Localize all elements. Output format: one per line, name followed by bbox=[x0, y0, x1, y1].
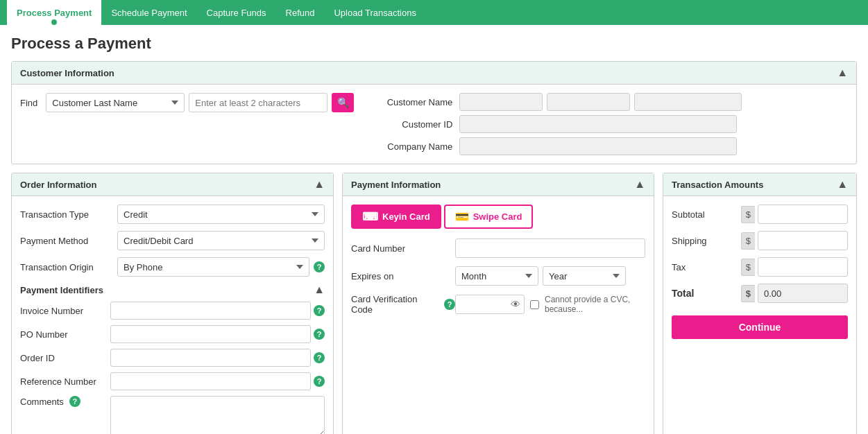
subtotal-row: Subtotal $ bbox=[672, 205, 848, 224]
reference-number-input[interactable] bbox=[110, 372, 311, 390]
payment-info-header: Payment Information ▲ bbox=[343, 173, 654, 196]
nav-item-capture-funds[interactable]: Capture Funds bbox=[197, 0, 276, 25]
payment-method-label: Payment Method bbox=[20, 236, 117, 246]
card-number-input[interactable] bbox=[455, 238, 645, 258]
tab-swipe-label: Swipe Card bbox=[473, 211, 522, 222]
transaction-origin-help-icon[interactable]: ? bbox=[314, 261, 325, 272]
card-number-row: Card Number bbox=[351, 238, 645, 258]
transaction-amounts-title: Transaction Amounts bbox=[672, 180, 763, 190]
transaction-type-select[interactable]: Credit Debit Auth Only bbox=[117, 205, 325, 224]
company-name-input[interactable] bbox=[459, 137, 737, 155]
nav-item-process-payment[interactable]: Process Payment bbox=[7, 0, 101, 25]
po-number-row: PO Number ? bbox=[20, 325, 325, 343]
company-name-label: Company Name bbox=[383, 141, 452, 152]
transaction-amounts-panel: Transaction Amounts ▲ Subtotal $ Shippin… bbox=[663, 173, 857, 434]
cvc-help-icon[interactable]: ? bbox=[444, 299, 455, 310]
nav-item-upload-transactions[interactable]: Upload Transactions bbox=[324, 0, 426, 25]
po-number-help-icon[interactable]: ? bbox=[314, 329, 325, 340]
customer-name-last[interactable] bbox=[634, 93, 742, 111]
nav-item-refund[interactable]: Refund bbox=[276, 0, 325, 25]
order-id-help-icon[interactable]: ? bbox=[314, 352, 325, 363]
transaction-amounts-header: Transaction Amounts ▲ bbox=[663, 173, 856, 196]
comments-help-icon[interactable]: ? bbox=[69, 396, 80, 407]
transaction-amounts-collapse-icon[interactable]: ▲ bbox=[837, 178, 848, 191]
payment-info-collapse-icon[interactable]: ▲ bbox=[634, 178, 645, 191]
payment-identifiers-section: Payment Identifiers ▲ bbox=[20, 284, 325, 296]
customer-name-first[interactable] bbox=[459, 93, 543, 111]
order-info-header: Order Information ▲ bbox=[12, 173, 333, 196]
payment-identifiers-title: Payment Identifiers bbox=[20, 285, 103, 295]
total-row: Total $ 0.00 bbox=[672, 284, 848, 303]
continue-button[interactable]: Continue bbox=[672, 315, 848, 339]
reference-number-label: Reference Number bbox=[20, 376, 110, 387]
subtotal-input[interactable] bbox=[758, 205, 848, 224]
find-input[interactable] bbox=[189, 93, 327, 112]
order-id-input[interactable] bbox=[110, 349, 311, 367]
customer-info-header: Customer Information ▲ bbox=[12, 62, 856, 85]
tax-label: Tax bbox=[672, 262, 741, 272]
tax-row: Tax $ bbox=[672, 257, 848, 277]
expiry-month-select[interactable]: Month 01020304 05060708 09101112 bbox=[455, 266, 538, 286]
order-info-panel: Order Information ▲ Transaction Type Cre… bbox=[11, 173, 334, 434]
cvc-row: Card Verification Code ? 👁 Cannot provid… bbox=[351, 294, 645, 315]
order-id-row: Order ID ? bbox=[20, 349, 325, 367]
find-dropdown[interactable]: Customer Last Name Customer First Name C… bbox=[46, 93, 185, 112]
comments-textarea[interactable] bbox=[110, 396, 325, 434]
shipping-dollar-sign: $ bbox=[741, 232, 755, 250]
tax-dollar-sign: $ bbox=[741, 259, 755, 276]
reference-number-help-icon[interactable]: ? bbox=[314, 376, 325, 387]
nav-bar: Process Payment Schedule Payment Capture… bbox=[0, 0, 868, 25]
tab-keyin-label: Keyin Card bbox=[382, 211, 430, 222]
po-number-input[interactable] bbox=[110, 325, 311, 343]
main-content-row: Order Information ▲ Transaction Type Cre… bbox=[11, 173, 857, 434]
payment-info-title: Payment Information bbox=[351, 180, 441, 190]
find-label: Find bbox=[20, 98, 37, 108]
payment-method-select[interactable]: Credit/Debit Card ACH/eCheck Cash bbox=[117, 231, 325, 250]
subtotal-label: Subtotal bbox=[672, 209, 741, 220]
payment-info-panel: Payment Information ▲ ⌨ Keyin Card 💳 Swi… bbox=[342, 173, 654, 434]
expiry-year-select[interactable]: Year 2024202520262027 202820292030 bbox=[543, 266, 626, 286]
total-dollar-sign: $ bbox=[741, 285, 755, 302]
payment-method-row: Payment Method Credit/Debit Card ACH/eCh… bbox=[20, 231, 325, 250]
tab-swipe-card[interactable]: 💳 Swipe Card bbox=[444, 205, 534, 229]
order-info-collapse-icon[interactable]: ▲ bbox=[314, 178, 325, 191]
expires-on-label: Expires on bbox=[351, 271, 455, 281]
keyin-card-icon: ⌨ bbox=[362, 210, 378, 223]
tax-input[interactable] bbox=[758, 257, 848, 277]
invoice-number-help-icon[interactable]: ? bbox=[314, 305, 325, 316]
tab-keyin-card[interactable]: ⌨ Keyin Card bbox=[351, 205, 441, 229]
expires-row: Expires on Month 01020304 05060708 09101… bbox=[351, 266, 645, 286]
transaction-origin-label: Transaction Origin bbox=[20, 262, 117, 272]
comments-row: Comments ? bbox=[20, 396, 325, 434]
total-label: Total bbox=[672, 288, 741, 299]
card-number-label: Card Number bbox=[351, 243, 455, 254]
search-button[interactable]: 🔍 bbox=[332, 93, 354, 112]
payment-info-body: ⌨ Keyin Card 💳 Swipe Card Card Number Ex… bbox=[343, 196, 654, 331]
customer-id-input[interactable] bbox=[459, 115, 737, 133]
payment-identifiers-collapse-icon[interactable]: ▲ bbox=[314, 284, 325, 296]
transaction-type-label: Transaction Type bbox=[20, 209, 117, 220]
payment-tabs: ⌨ Keyin Card 💳 Swipe Card bbox=[351, 205, 645, 229]
shipping-input[interactable] bbox=[758, 231, 848, 250]
swipe-card-icon: 💳 bbox=[455, 210, 469, 223]
transaction-origin-select[interactable]: By Phone In Person Internet bbox=[117, 257, 309, 277]
transaction-amounts-body: Subtotal $ Shipping $ Tax $ bbox=[663, 196, 856, 347]
po-number-label: PO Number bbox=[20, 329, 110, 340]
customer-info-collapse-icon[interactable]: ▲ bbox=[837, 67, 848, 79]
comments-label: Comments bbox=[20, 397, 64, 407]
customer-info-body: Find Customer Last Name Customer First N… bbox=[12, 85, 856, 164]
transaction-origin-row: Transaction Origin By Phone In Person In… bbox=[20, 257, 325, 277]
nav-item-schedule-payment[interactable]: Schedule Payment bbox=[101, 0, 196, 25]
customer-name-middle[interactable] bbox=[547, 93, 630, 111]
invoice-number-row: Invoice Number ? bbox=[20, 302, 325, 320]
eye-icon[interactable]: 👁 bbox=[511, 299, 520, 310]
page-title: Process a Payment bbox=[11, 35, 857, 53]
transaction-type-row: Transaction Type Credit Debit Auth Only bbox=[20, 205, 325, 224]
order-info-title: Order Information bbox=[20, 180, 97, 190]
cvc-notice: Cannot provide a CVC, because... bbox=[545, 295, 645, 314]
search-icon: 🔍 bbox=[337, 97, 349, 108]
total-input[interactable]: 0.00 bbox=[758, 284, 848, 303]
no-cvc-checkbox[interactable] bbox=[530, 300, 539, 309]
subtotal-dollar-sign: $ bbox=[741, 206, 755, 223]
invoice-number-input[interactable] bbox=[110, 302, 311, 320]
